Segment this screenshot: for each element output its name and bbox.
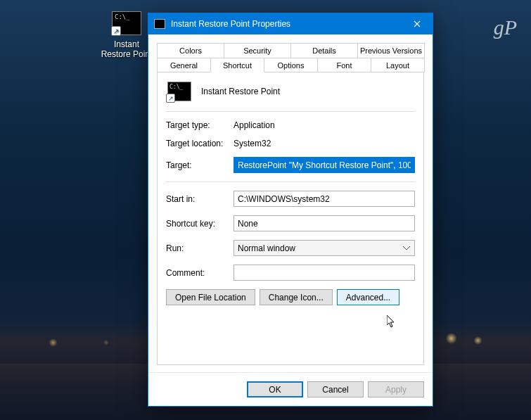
target-type-value: Application: [233, 120, 415, 130]
apply-button[interactable]: Apply: [368, 381, 424, 397]
shortcut-key-label: Shortcut key:: [166, 219, 233, 229]
properties-dialog: Instant Restore Point Properties Colors …: [148, 13, 433, 407]
shortcut-arrow-icon: ↗: [111, 26, 121, 36]
divider: [166, 111, 415, 112]
target-label: Target:: [166, 160, 233, 170]
tab-security[interactable]: Security: [224, 43, 291, 58]
comment-label: Comment:: [166, 268, 233, 278]
ok-button[interactable]: OK: [247, 381, 303, 397]
close-icon: [414, 20, 421, 27]
titlebar-cmd-icon: [154, 19, 165, 29]
target-location-label: Target location:: [166, 139, 233, 148]
tab-font[interactable]: Font: [317, 58, 371, 72]
comment-input[interactable]: [233, 265, 415, 281]
tab-details[interactable]: Details: [290, 43, 358, 58]
watermark: gP: [494, 15, 517, 39]
run-select[interactable]: Normal window: [233, 240, 415, 256]
tab-layout[interactable]: Layout: [371, 58, 425, 72]
run-label: Run:: [166, 243, 233, 253]
shortcut-key-input[interactable]: [233, 215, 415, 231]
tab-colors[interactable]: Colors: [157, 43, 224, 58]
tab-options[interactable]: Options: [264, 58, 318, 72]
dialog-buttons: OK Cancel Apply: [148, 372, 433, 406]
desktop-icon-label: Instant Restore Point: [98, 39, 155, 59]
tab-shortcut[interactable]: Shortcut: [210, 58, 264, 72]
change-icon-button[interactable]: Change Icon...: [260, 289, 333, 305]
dialog-body: Colors Security Details Previous Version…: [148, 34, 433, 372]
target-location-value: System32: [233, 139, 415, 148]
tab-panel-shortcut: ↗ Instant Restore Point Target type: App…: [157, 72, 424, 365]
shortcut-cmd-icon: ↗: [167, 82, 191, 101]
titlebar-title: Instant Restore Point Properties: [171, 19, 401, 29]
tab-general[interactable]: General: [157, 58, 211, 72]
titlebar[interactable]: Instant Restore Point Properties: [148, 13, 433, 34]
tab-previous-versions[interactable]: Previous Versions: [357, 43, 425, 58]
start-in-label: Start in:: [166, 194, 233, 204]
target-input[interactable]: [233, 157, 415, 173]
cancel-button[interactable]: Cancel: [307, 381, 364, 397]
shortcut-arrow-icon: ↗: [166, 94, 175, 103]
cmd-icon: ↗: [112, 11, 141, 35]
start-in-input[interactable]: [233, 191, 415, 207]
open-file-location-button[interactable]: Open File Location: [166, 289, 255, 305]
target-type-label: Target type:: [166, 120, 233, 130]
divider: [166, 182, 415, 182]
tabs: Colors Security Details Previous Version…: [157, 43, 424, 72]
desktop-shortcut-icon[interactable]: ↗ Instant Restore Point: [98, 11, 155, 59]
close-button[interactable]: [401, 13, 433, 34]
advanced-button[interactable]: Advanced...: [337, 289, 399, 305]
shortcut-name: Instant Restore Point: [201, 87, 280, 96]
